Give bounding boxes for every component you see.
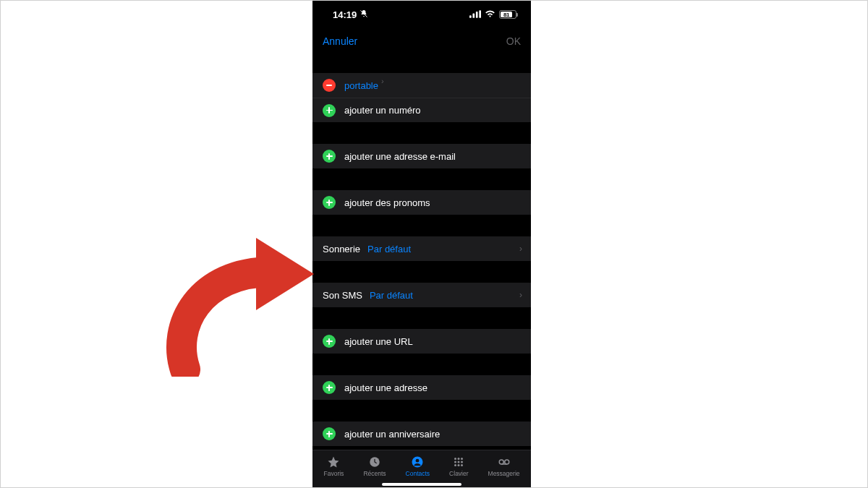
nav-bar: Annuler OK [312, 28, 531, 54]
tab-contacts[interactable]: Contacts [406, 455, 430, 477]
add-phone-row[interactable]: ajouter un numéro [312, 98, 531, 122]
wifi-icon [485, 9, 495, 20]
delete-icon[interactable] [323, 79, 336, 92]
phone-type-label[interactable]: portable [344, 80, 378, 91]
add-email-row[interactable]: ajouter une adresse e-mail [312, 144, 531, 168]
status-time: 14:19 [333, 9, 357, 20]
battery-icon: 81 [499, 10, 516, 19]
svg-rect-3 [476, 11, 478, 17]
star-icon [326, 455, 341, 468]
keypad-icon [451, 455, 466, 468]
annotation-arrow-icon [163, 232, 315, 377]
svg-point-15 [458, 464, 460, 466]
bell-slash-icon [359, 9, 368, 20]
svg-point-18 [504, 460, 509, 464]
home-indicator [382, 483, 461, 486]
add-pronouns-label: ajouter des pronoms [344, 197, 430, 208]
signal-icon [469, 9, 481, 20]
plus-icon[interactable] [323, 150, 336, 163]
tab-label: Clavier [449, 470, 468, 477]
svg-rect-4 [479, 10, 481, 18]
svg-rect-2 [472, 13, 475, 17]
chevron-right-icon: › [519, 244, 522, 254]
contact-edit-form[interactable]: portable › ajouter un numéro ajouter une… [312, 54, 531, 450]
tab-keypad[interactable]: Clavier [449, 455, 468, 477]
plus-icon[interactable] [323, 104, 336, 117]
ringtone-value: Par défaut [367, 244, 411, 254]
voicemail-icon [497, 455, 511, 468]
svg-rect-1 [469, 15, 472, 18]
text-tone-label: Son SMS [323, 290, 362, 301]
cancel-button[interactable]: Annuler [323, 35, 357, 47]
phone-screenshot: 14:19 81 Annuler OK portable › [312, 1, 531, 488]
add-phone-label: ajouter un numéro [344, 105, 421, 116]
plus-icon[interactable] [323, 381, 336, 394]
status-bar: 14:19 81 [312, 1, 531, 28]
svg-point-12 [458, 461, 460, 463]
svg-point-11 [454, 461, 456, 463]
plus-icon[interactable] [323, 196, 336, 209]
phone-type-row[interactable]: portable › [312, 73, 531, 98]
person-icon [410, 455, 425, 468]
plus-icon[interactable] [323, 427, 336, 440]
svg-point-10 [461, 458, 463, 460]
chevron-right-icon: › [381, 77, 384, 85]
text-tone-value: Par défaut [370, 290, 413, 301]
add-url-label: ajouter une URL [344, 336, 413, 347]
chevron-right-icon: › [519, 290, 522, 300]
text-tone-row[interactable]: Son SMS Par défaut › [312, 283, 531, 307]
tab-label: Contacts [406, 470, 430, 477]
svg-point-7 [416, 458, 420, 462]
svg-point-8 [454, 458, 456, 460]
add-url-row[interactable]: ajouter une URL [312, 329, 531, 354]
tab-recents[interactable]: Récents [363, 455, 386, 477]
add-pronouns-row[interactable]: ajouter des pronoms [312, 190, 531, 215]
svg-point-14 [454, 464, 456, 466]
add-birthday-label: ajouter un anniversaire [344, 429, 440, 440]
add-address-label: ajouter une adresse [344, 382, 427, 393]
add-birthday-row[interactable]: ajouter un anniversaire [312, 421, 531, 446]
svg-point-16 [461, 464, 463, 466]
ok-button[interactable]: OK [506, 35, 521, 47]
plus-icon[interactable] [323, 335, 336, 348]
svg-point-13 [461, 461, 463, 463]
svg-point-9 [458, 458, 460, 460]
tab-label: Récents [363, 470, 386, 477]
add-address-row[interactable]: ajouter une adresse [312, 375, 531, 400]
tab-label: Messagerie [488, 470, 520, 477]
add-email-label: ajouter une adresse e-mail [344, 151, 456, 162]
tab-favorites[interactable]: Favoris [324, 455, 344, 477]
battery-pct: 81 [501, 12, 512, 17]
clock-icon [367, 455, 382, 468]
svg-point-17 [499, 460, 503, 464]
ringtone-label: Sonnerie [323, 244, 360, 254]
ringtone-row[interactable]: Sonnerie Par défaut › [312, 236, 531, 261]
tab-voicemail[interactable]: Messagerie [488, 455, 520, 477]
tab-label: Favoris [324, 470, 344, 477]
